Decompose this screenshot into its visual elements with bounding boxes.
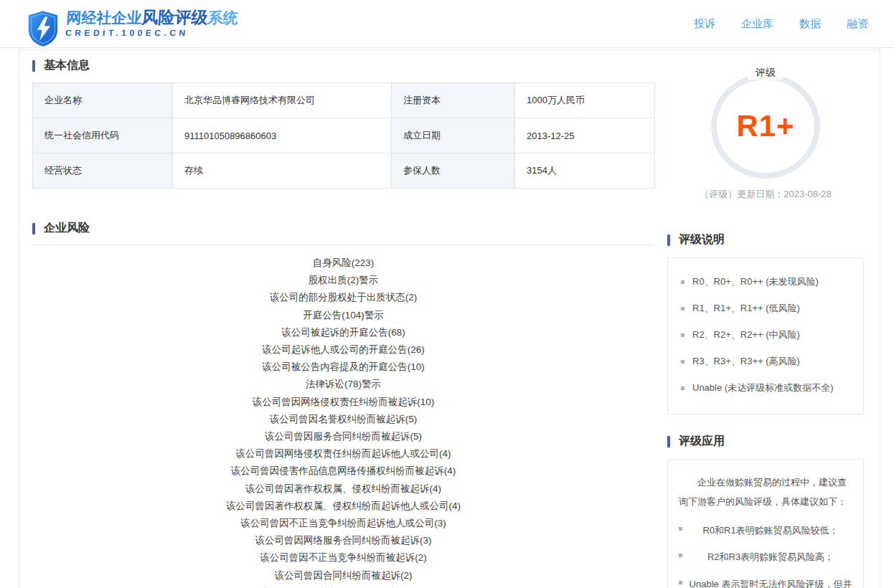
bullet-square-icon bbox=[681, 280, 684, 284]
bullet-square-icon bbox=[681, 333, 684, 337]
list-item: Unable (未达评级标准或数据不全) bbox=[681, 381, 853, 394]
top-nav: 投诉 企业库 数据 融资 bbox=[694, 17, 868, 31]
usage-text: Unable 表示暂时无法作风险评级，但并不代表有风险或无风险，要另行判断。 bbox=[689, 575, 852, 588]
sidebar: 评级 R1+ （评级）更新日期：2023-08-28 评级说明 R0、R0+、R… bbox=[667, 58, 864, 588]
usage-text: R0和R1表明赊账贸易风险较低； bbox=[689, 521, 852, 541]
usage-text: R2和R3表明赊账贸易风险高； bbox=[689, 548, 852, 567]
risk-item: 该公司曾因网络服务合同纠纷而被起诉(3) bbox=[32, 532, 654, 549]
info-label: 经营状态 bbox=[33, 153, 173, 189]
rating-update-date: （评级）更新日期：2023-08-28 bbox=[667, 188, 864, 201]
risk-item: 该公司曾因侵害作品信息网络传播权纠纷而被起诉(4) bbox=[32, 463, 654, 480]
rating-gauge-label: 评级 bbox=[748, 67, 783, 80]
rating-notes-box: R0、R0+、R0++ (未发现风险) R1、R1+、R1++ (低风险) R2… bbox=[667, 257, 864, 414]
info-label: 成立日期 bbox=[392, 118, 515, 153]
table-row: 统一社会信用代码 911101050896860603 成立日期 2013-12… bbox=[33, 118, 655, 153]
usage-intro-text: 企业在做赊账贸易的过程中，建议查询下游客户的风险评级，具体建议如下： bbox=[679, 473, 852, 512]
risk-item: 该公司起诉他人或公司的开庭公告(26) bbox=[32, 341, 654, 359]
risk-item: 该公司曾因合同纠纷而被起诉(2) bbox=[32, 567, 654, 584]
note-text: Unable (未达评级标准或数据不全) bbox=[692, 381, 833, 394]
note-text: R3、R3+、R3++ (高风险) bbox=[692, 355, 800, 368]
risk-item: 该公司的部分股权处于出质状态(2) bbox=[32, 289, 654, 306]
info-label: 参保人数 bbox=[392, 153, 515, 189]
info-label: 注册资本 bbox=[392, 83, 515, 118]
risk-item: 开庭公告(104)警示 bbox=[32, 307, 654, 324]
list-item: R1、R1+、R1++ (低风险) bbox=[681, 302, 853, 315]
info-value: 1000万人民币 bbox=[515, 83, 655, 118]
nav-data[interactable]: 数据 bbox=[799, 17, 821, 31]
risk-item: 该公司曾因著作权权属、侵权纠纷而起诉他人或公司(4) bbox=[32, 498, 654, 515]
risk-list: 自身风险(223) 股权出质(2)警示 该公司的部分股权处于出质状态(2) 开庭… bbox=[32, 255, 654, 588]
info-label: 企业名称 bbox=[33, 83, 173, 118]
risk-item: 该公司曾因不正当竞争纠纷而被起诉(2) bbox=[32, 549, 654, 566]
logo-text: 网经社企业风险评级系统 CREDIT.100EC.CN bbox=[65, 9, 239, 38]
info-value: 911101050896860603 bbox=[173, 118, 392, 153]
bullet-square-icon bbox=[679, 581, 682, 584]
nav-complaints[interactable]: 投诉 bbox=[694, 17, 715, 31]
bullet-square-icon bbox=[679, 554, 682, 557]
risk-title-label: 企业风险 bbox=[44, 221, 90, 236]
bullet-square-icon bbox=[681, 307, 684, 310]
risk-item: 该公司被起诉的开庭公告(68) bbox=[32, 324, 654, 341]
risk-item: 该公司曾因著作权权属、侵权纠纷而被起诉(4) bbox=[32, 480, 654, 498]
info-value: 3154人 bbox=[515, 153, 655, 189]
rating-notes-section-title: 评级说明 bbox=[667, 232, 864, 247]
list-item: R2、R2+、R2++ (中风险) bbox=[681, 328, 853, 341]
section-title-bar bbox=[667, 234, 670, 246]
risk-item: 自身风险(223) bbox=[32, 255, 654, 272]
note-text: R1、R1+、R1++ (低风险) bbox=[692, 302, 800, 315]
main-column: 基本信息 企业名称 北京华品博睿网络技术有限公司 注册资本 1000万人民币 统… bbox=[32, 58, 654, 588]
shield-lightning-icon bbox=[27, 9, 59, 48]
risk-item: 该公司曾因侵害商标权纠纷而被起诉(2) bbox=[32, 584, 654, 588]
header: 网经社企业风险评级系统 CREDIT.100EC.CN 投诉 企业库 数据 融资 bbox=[0, 0, 894, 48]
rating-gauge: 评级 R1+ （评级）更新日期：2023-08-28 bbox=[667, 74, 864, 201]
rating-value: R1+ bbox=[736, 109, 794, 143]
risk-section-title: 企业风险 bbox=[32, 221, 654, 236]
basic-info-title-label: 基本信息 bbox=[44, 58, 90, 73]
bullet-square-icon bbox=[679, 527, 682, 531]
risk-item: 该公司曾因名誉权纠纷而被起诉(5) bbox=[32, 411, 654, 428]
risk-item: 该公司曾因不正当竞争纠纷而起诉他人或公司(3) bbox=[32, 515, 654, 532]
rating-circle: 评级 R1+ bbox=[711, 74, 820, 179]
logo-title-part1: 网经社企业 bbox=[66, 9, 143, 26]
list-item: R2和R3表明赊账贸易风险高； bbox=[679, 548, 852, 567]
risk-section-divider bbox=[32, 245, 654, 245]
logo-title: 网经社企业风险评级系统 bbox=[66, 9, 239, 27]
table-row: 经营状态 存续 参保人数 3154人 bbox=[33, 153, 655, 189]
risk-item: 该公司曾因服务合同纠纷而被起诉(5) bbox=[32, 428, 654, 445]
logo-title-part2: 风险评级 bbox=[141, 8, 209, 27]
risk-item: 该公司被公告内容提及的开庭公告(10) bbox=[32, 359, 654, 376]
bullet-square-icon bbox=[681, 360, 684, 364]
page: 网经社企业风险评级系统 CREDIT.100EC.CN 投诉 企业库 数据 融资… bbox=[0, 0, 894, 588]
risk-item: 该公司曾因网络侵权责任纠纷而被起诉(10) bbox=[32, 394, 654, 411]
note-text: R0、R0+、R0++ (未发现风险) bbox=[692, 275, 819, 288]
risk-item: 股权出质(2)警示 bbox=[32, 272, 654, 289]
list-item: Unable 表示暂时无法作风险评级，但并不代表有风险或无风险，要另行判断。 bbox=[679, 575, 852, 588]
section-title-bar bbox=[32, 223, 35, 234]
table-row: 企业名称 北京华品博睿网络技术有限公司 注册资本 1000万人民币 bbox=[33, 83, 655, 118]
note-text: R2、R2+、R2++ (中风险) bbox=[692, 328, 800, 341]
list-item: R0、R0+、R0++ (未发现风险) bbox=[681, 275, 853, 288]
info-value: 存续 bbox=[173, 153, 392, 189]
info-value: 北京华品博睿网络技术有限公司 bbox=[173, 83, 392, 118]
risk-item: 该公司曾因网络侵权责任纠纷而起诉他人或公司(4) bbox=[32, 445, 654, 463]
risk-item: 法律诉讼(78)警示 bbox=[32, 376, 654, 393]
logo-title-part3: 系统 bbox=[207, 9, 239, 26]
info-label: 统一社会信用代码 bbox=[33, 118, 173, 153]
basic-info-table: 企业名称 北京华品博睿网络技术有限公司 注册资本 1000万人民币 统一社会信用… bbox=[32, 82, 655, 189]
logo-subtitle: CREDIT.100EC.CN bbox=[65, 29, 237, 39]
rating-usage-section-title: 评级应用 bbox=[667, 434, 864, 449]
section-title-bar bbox=[667, 436, 670, 447]
site-logo[interactable]: 网经社企业风险评级系统 CREDIT.100EC.CN bbox=[27, 9, 237, 38]
rating-usage-box: 企业在做赊账贸易的过程中，建议查询下游客户的风险评级，具体建议如下： R0和R1… bbox=[667, 459, 864, 588]
basic-info-section-title: 基本信息 bbox=[32, 58, 654, 73]
list-item: R3、R3+、R3++ (高风险) bbox=[681, 355, 853, 368]
nav-company-database[interactable]: 企业库 bbox=[741, 17, 773, 31]
rating-notes-title-label: 评级说明 bbox=[679, 232, 725, 247]
rating-usage-title-label: 评级应用 bbox=[679, 434, 725, 449]
info-value: 2013-12-25 bbox=[515, 118, 655, 153]
bullet-square-icon bbox=[681, 387, 684, 390]
section-title-bar bbox=[32, 60, 35, 72]
content-card: 基本信息 企业名称 北京华品博睿网络技术有限公司 注册资本 1000万人民币 统… bbox=[19, 49, 880, 588]
nav-financing[interactable]: 融资 bbox=[847, 17, 868, 31]
list-item: R0和R1表明赊账贸易风险较低； bbox=[679, 521, 852, 541]
